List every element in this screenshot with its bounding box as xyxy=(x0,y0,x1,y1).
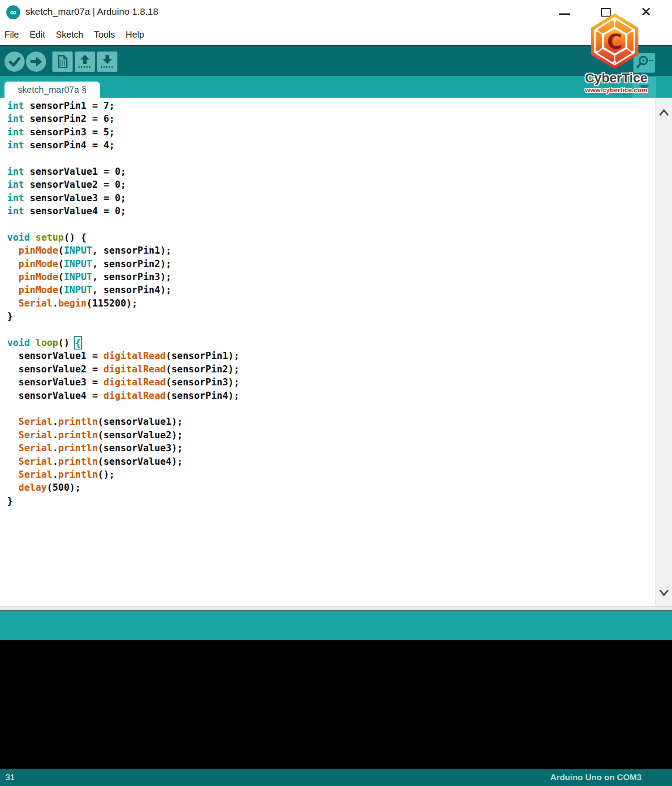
tab-label: sketch_mar07a § xyxy=(18,85,86,95)
code-line: pinMode(INPUT, sensorPin2); xyxy=(7,258,654,271)
menu-tools[interactable]: Tools xyxy=(94,30,115,40)
code-line: int sensorValue2 = 0; xyxy=(7,178,654,191)
editor-bottom-band xyxy=(0,606,672,611)
menu-sketch[interactable]: Sketch xyxy=(56,30,83,40)
code-line: Serial.println(); xyxy=(7,468,654,481)
code-line: sensorValue1 = digitalRead(sensorPin1); xyxy=(7,350,654,363)
code-line: pinMode(INPUT, sensorPin4); xyxy=(7,284,654,297)
code-line: sensorValue4 = digitalRead(sensorPin4); xyxy=(7,389,654,402)
save-sketch-button[interactable] xyxy=(97,52,117,72)
code-line: int sensorPin4 = 4; xyxy=(7,139,654,152)
menu-bar: File Edit Sketch Tools Help xyxy=(0,25,672,45)
code-line: pinMode(INPUT, sensorPin1); xyxy=(7,244,654,257)
scroll-up-icon[interactable] xyxy=(658,108,670,118)
code-line xyxy=(7,218,654,231)
board-port-status: Arduino Uno on COM3 xyxy=(550,773,642,782)
toolbar xyxy=(0,45,672,76)
upload-button[interactable] xyxy=(26,52,46,72)
code-line: int sensorValue1 = 0; xyxy=(7,165,654,178)
code-line: int sensorPin1 = 7; xyxy=(7,99,654,112)
new-sketch-button[interactable] xyxy=(52,52,73,72)
minimize-button[interactable] xyxy=(552,0,577,23)
code-line: pinMode(INPUT, sensorPin3); xyxy=(7,271,654,284)
code-line: void setup() { xyxy=(7,231,654,244)
open-sketch-button[interactable] xyxy=(75,52,95,72)
code-line: Serial.begin(115200); xyxy=(7,297,654,310)
cybertice-hexagon-logo-icon: C xyxy=(577,13,655,70)
minimize-icon xyxy=(559,13,570,15)
code-line: Serial.println(sensorValue4); xyxy=(7,455,654,468)
message-strip xyxy=(0,611,672,640)
status-bar: 31 Arduino Uno on COM3 xyxy=(0,769,672,786)
code-line xyxy=(7,402,654,415)
cybertice-url-text: www.cybertice.com xyxy=(577,86,655,94)
code-line: Serial.println(sensorValue3); xyxy=(7,442,654,455)
code-line: delay(500); xyxy=(7,481,654,494)
code-line xyxy=(7,152,654,165)
menu-help[interactable]: Help xyxy=(126,30,144,40)
arduino-ide-window: ∞ sketch_mar07a | Arduino 1.8.18 ✕ File … xyxy=(0,0,672,786)
menu-edit[interactable]: Edit xyxy=(30,30,45,40)
open-sketch-icon xyxy=(75,52,95,72)
scroll-down-icon[interactable] xyxy=(658,587,670,598)
cybertice-brand-text: CyberTice xyxy=(577,71,655,86)
vertical-scrollbar[interactable] xyxy=(655,98,672,606)
code-line: } xyxy=(7,310,654,323)
cursor-line-number: 31 xyxy=(5,773,15,782)
cybertice-watermark: C CyberTice www.cybertice.com xyxy=(577,13,655,94)
svg-text:C: C xyxy=(607,30,622,54)
code-line: void loop() { xyxy=(7,337,654,350)
title-bar: ∞ sketch_mar07a | Arduino 1.8.18 ✕ xyxy=(0,0,672,25)
tab-strip: sketch_mar07a § xyxy=(0,76,672,98)
code-line: int sensorValue4 = 0; xyxy=(7,205,654,218)
code-line: int sensorPin2 = 6; xyxy=(7,112,654,125)
console-output xyxy=(0,640,672,769)
code-line: int sensorValue3 = 0; xyxy=(7,192,654,205)
svg-text:∞: ∞ xyxy=(10,7,17,17)
arduino-infinity-icon: ∞ xyxy=(6,5,20,19)
code-line xyxy=(7,324,654,337)
window-title: sketch_mar07a | Arduino 1.8.18 xyxy=(26,6,158,17)
code-area[interactable]: int sensorPin1 = 7;int sensorPin2 = 6;in… xyxy=(0,98,654,606)
save-sketch-icon xyxy=(97,52,117,72)
code-line: Serial.println(sensorValue2); xyxy=(7,429,654,442)
code-line: sensorValue2 = digitalRead(sensorPin2); xyxy=(7,363,654,376)
code-line: int sensorPin3 = 5; xyxy=(7,126,654,139)
code-line: } xyxy=(7,495,654,508)
code-line: Serial.println(sensorValue1); xyxy=(7,415,654,428)
editor-pane: int sensorPin1 = 7;int sensorPin2 = 6;in… xyxy=(0,98,672,606)
tab-sketch-mar07a[interactable]: sketch_mar07a § xyxy=(4,82,100,98)
upload-arrow-icon xyxy=(26,52,46,72)
menu-file[interactable]: File xyxy=(4,30,19,40)
verify-button[interactable] xyxy=(4,52,25,72)
new-sketch-icon xyxy=(52,52,73,72)
code-line: sensorValue3 = digitalRead(sensorPin3); xyxy=(7,376,654,389)
verify-check-icon xyxy=(4,52,25,72)
